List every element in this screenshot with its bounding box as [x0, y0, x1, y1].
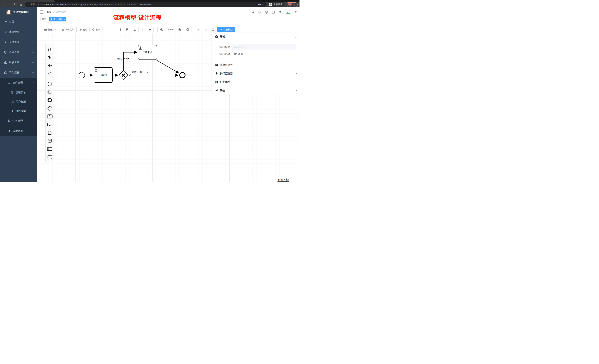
sidebar-item-home[interactable]: 首页 — [0, 17, 37, 27]
browser-active-tab[interactable] — [0, 0, 54, 2]
align-top-button[interactable] — [123, 27, 131, 32]
fullscreen-icon[interactable] — [271, 10, 275, 14]
preview-button[interactable]: 预览 — [76, 27, 89, 32]
sidebar-item-process-mgmt[interactable]: 流程管理 — [0, 78, 37, 88]
forward-button[interactable]: → — [8, 3, 12, 7]
sidebar-item-process-model[interactable]: 流程模型 — [0, 106, 37, 116]
flow-label-le1[interactable]: 请假小于等于 1 天 — [132, 71, 148, 73]
align-bottom-button[interactable] — [131, 27, 138, 32]
process-key-input[interactable] — [232, 44, 296, 50]
chevron-right-icon — [295, 64, 297, 66]
align-center-horizontal-button[interactable] — [138, 27, 146, 32]
flow-gateway-to-task2[interactable] — [123, 52, 137, 71]
sidebar-item-process-form[interactable]: 流程表单 — [0, 88, 37, 97]
required-asterisk: * — [219, 46, 220, 48]
align-center-vertical-button[interactable] — [146, 27, 154, 32]
section-title: 常规 — [220, 35, 293, 38]
paper-plane-icon — [215, 89, 218, 92]
sidebar-item-devtools[interactable]: 研发工具 — [0, 57, 37, 68]
breadcrumb-home[interactable]: 首页 — [46, 10, 52, 14]
button-label: 模拟 — [96, 28, 100, 31]
panel-section-general[interactable]: i 常规 — [212, 33, 300, 41]
sidebar-item-workflow[interactable]: 工作流程 — [0, 68, 37, 78]
browser-tabstrip — [0, 0, 300, 2]
incognito-badge: 无痕模式 — [268, 2, 284, 7]
address-bar[interactable]: ▲ 不安全 dashboard.yudao.iocoder.cn/bpm/man… — [25, 2, 267, 7]
panel-section-extended-attrs[interactable]: 扩展属性 — [212, 78, 300, 86]
required-asterisk: * — [219, 53, 220, 55]
back-button[interactable]: ← — [2, 3, 6, 7]
tab-design-process[interactable]: 设计流程 × — [49, 17, 66, 21]
sidebar-item-user-group[interactable]: 用户分组 — [0, 97, 37, 106]
panel-section-listeners[interactable]: 执行监听器 — [212, 69, 300, 78]
hamburger-icon[interactable] — [40, 10, 44, 14]
process-name-input[interactable] — [232, 51, 296, 57]
app-logo — [6, 10, 11, 15]
sidebar-item-leave-query[interactable]: 请假查询 — [0, 126, 37, 136]
designer-content: 打开文件 下载文件 预览 — [37, 22, 300, 182]
message-icon — [215, 63, 218, 67]
sidebar-item-task-mgmt[interactable]: 任务管理 — [0, 116, 37, 126]
navbar: 首页 / 设计流程 ? t — [37, 7, 300, 17]
help-icon[interactable]: ? — [265, 10, 268, 14]
home-button[interactable]: ⌂ — [19, 3, 23, 7]
zoom-level[interactable]: 100% — [166, 27, 176, 32]
zoom-reset-button[interactable] — [184, 27, 192, 32]
align-left-button[interactable] — [108, 27, 116, 32]
tab-home[interactable]: 首页 — [40, 17, 48, 21]
font-size-icon[interactable]: tT — [278, 10, 282, 14]
simulate-button[interactable]: 模拟 — [89, 27, 103, 32]
close-tab-icon[interactable]: × — [63, 18, 65, 20]
zoom-in-button[interactable] — [176, 27, 184, 32]
chevron-right-icon — [295, 81, 297, 83]
avatar-caret-icon[interactable] — [295, 11, 297, 13]
download-file-button[interactable]: 下载文件 — [59, 27, 76, 32]
sidebar-item-label: 首页 — [9, 20, 34, 24]
main-area: 流程模型-设计流程 首页 / 设计流程 ? — [37, 7, 300, 182]
bpmn-io-watermark[interactable]: BPMN.iO — [277, 178, 289, 182]
bpmn-canvas[interactable]: 一级审批 — [37, 33, 300, 182]
align-right-button[interactable] — [116, 27, 123, 32]
user-task-level2[interactable]: 二级审批 — [138, 45, 157, 60]
flow-task2-to-end[interactable] — [156, 60, 179, 73]
reload-button[interactable]: ↻ — [13, 3, 18, 7]
sidebar-item-infra[interactable]: 基础设施 — [0, 47, 37, 57]
avatar[interactable] — [285, 9, 291, 15]
sidebar-item-system[interactable]: ⚙ 系统管理 — [0, 27, 37, 37]
browser-menu-icon[interactable]: ⋮ — [294, 3, 296, 6]
undo-button[interactable]: ↺ — [194, 27, 202, 32]
user-task-level1[interactable]: 一级审批 — [94, 68, 113, 83]
sidebar-item-payment[interactable]: ¥ 支付管理 — [0, 37, 37, 47]
url-host: dashboard.yudao.iocoder.cn — [40, 3, 69, 6]
start-event[interactable] — [79, 72, 85, 78]
form-row-process-name: *流程名称 — [212, 51, 296, 57]
zoom-out-button[interactable] — [158, 27, 166, 32]
flow-label-gt3[interactable]: 请假大于 3 天 — [117, 58, 129, 60]
task-label: 二级审批 — [143, 51, 152, 54]
search-icon[interactable] — [251, 10, 255, 14]
panel-section-messages[interactable]: 消息与信号 — [212, 61, 300, 69]
plus-icon: ＋ — [220, 28, 222, 31]
section-label: 其他 — [220, 89, 293, 92]
download-icon — [62, 28, 64, 31]
button-label: 预览 — [82, 28, 87, 31]
github-icon[interactable] — [258, 10, 262, 14]
gear-icon: ⚙ — [4, 30, 7, 34]
breadcrumb: 首页 / 设计流程 — [46, 10, 66, 14]
section-label: 扩展属性 — [220, 80, 293, 84]
exclusive-gateway[interactable] — [119, 71, 128, 80]
redo-button[interactable]: ↻ — [202, 27, 209, 32]
dashboard-icon — [4, 20, 7, 23]
password-key-icon[interactable] — [258, 3, 261, 6]
open-file-button[interactable]: 打开文件 — [42, 27, 59, 32]
chevron-right-icon — [295, 90, 297, 92]
panel-section-other[interactable]: 其他 — [212, 86, 300, 95]
security-label[interactable]: 不安全 — [31, 3, 37, 6]
end-event[interactable] — [180, 73, 185, 78]
update-button[interactable]: 更新 ⋮ — [286, 2, 298, 7]
app-logo-row[interactable]: 芋道管理系统 — [0, 7, 37, 17]
refresh-button[interactable] — [209, 27, 217, 32]
url-text[interactable]: dashboard.yudao.iocoder.cn/bpm/manager/m… — [40, 3, 257, 6]
save-model-button[interactable]: ＋ 保存模型 — [217, 27, 235, 32]
bookmark-star-icon[interactable]: ☆ — [262, 3, 264, 6]
